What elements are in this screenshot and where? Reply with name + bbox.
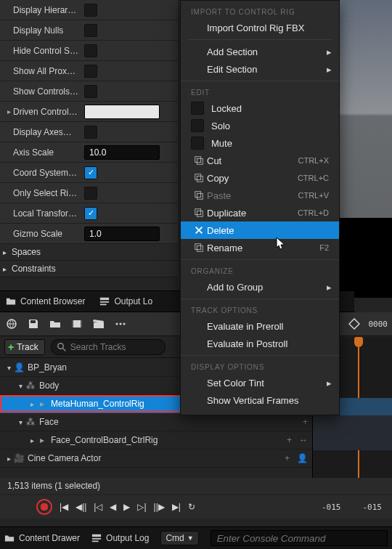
menu-item-label: Edit Section <box>207 64 329 75</box>
status-bar: 1,513 items (1 selected) <box>0 478 392 494</box>
menu-checkbox[interactable] <box>191 119 204 132</box>
timeline-track-bar[interactable] <box>313 415 392 450</box>
menu-item[interactable]: Import Control Rig FBX <box>181 19 339 36</box>
save-icon[interactable] <box>26 317 41 331</box>
expand-arrow-icon[interactable]: ▾ <box>4 364 13 372</box>
menu-shortcut: CTRL+D <box>298 208 329 217</box>
expand-arrow-icon[interactable]: ▸ <box>28 400 36 408</box>
menu-checkbox[interactable] <box>191 102 204 115</box>
checkbox[interactable] <box>84 44 97 57</box>
number-input[interactable]: 10.0 <box>84 145 160 160</box>
checkbox[interactable]: ✓ <box>84 166 97 179</box>
menu-item[interactable]: Delete <box>181 221 339 239</box>
outliner-label: MetaHuman_ControlRig <box>51 399 144 409</box>
checkbox[interactable] <box>84 4 97 17</box>
globe-icon[interactable] <box>4 317 19 331</box>
current-time[interactable]: 0000 <box>369 320 388 329</box>
menu-item[interactable]: Add Section <box>181 43 339 60</box>
outliner-row[interactable]: ▾⁂Face+ <box>0 413 312 431</box>
menu-item-label: Copy <box>207 173 298 184</box>
frame-fwd-icon[interactable]: ▷| <box>137 502 146 512</box>
menu-group-header: EDIT <box>181 81 339 99</box>
browse-icon[interactable] <box>48 317 62 331</box>
menu-checkbox[interactable] <box>191 137 204 150</box>
outliner-label: Body <box>39 381 59 391</box>
section-range-icon[interactable]: ↔ <box>299 435 308 445</box>
expand-arrow-icon[interactable]: ▾ <box>16 382 25 390</box>
tab-content-browser[interactable]: Content Browser <box>6 296 85 306</box>
play-reverse-icon[interactable]: ◀ <box>110 502 116 512</box>
checkbox[interactable] <box>84 126 97 139</box>
search-tracks-input[interactable]: Search Tracks <box>51 339 166 355</box>
menu-item[interactable]: Evaluate in Preroll <box>181 317 339 335</box>
detail-label: Hide Control S… <box>13 46 84 56</box>
play-icon[interactable]: ▶ <box>123 502 130 512</box>
expand-arrow-icon: ▸ <box>3 248 12 256</box>
menu-item-label: Evaluate in Preroll <box>207 321 329 332</box>
add-track-icon[interactable]: + <box>285 453 290 463</box>
cmd-mode-dropdown[interactable]: Cmd ▼ <box>160 531 198 545</box>
step-fwd-icon[interactable]: ||▶ <box>154 502 165 512</box>
menu-item[interactable]: Show Vertical Frames <box>181 391 339 409</box>
menu-item[interactable]: DuplicateCTRL+D <box>181 204 339 221</box>
log-icon <box>91 533 102 543</box>
menu-item-label: Mute <box>211 138 329 149</box>
number-input[interactable]: 1.0 <box>84 227 160 241</box>
tab-output-log[interactable]: Output Lo <box>99 296 152 306</box>
render-movie-icon[interactable] <box>70 317 84 331</box>
checkbox[interactable] <box>84 24 97 37</box>
checkbox[interactable] <box>84 187 97 200</box>
go-to-start-icon[interactable]: |◀ <box>60 502 68 512</box>
menu-shortcut: CTRL+V <box>298 191 330 200</box>
console-input[interactable] <box>211 530 388 546</box>
menu-item[interactable]: CopyCTRL+C <box>181 169 339 187</box>
svg-rect-1 <box>100 301 109 303</box>
svg-rect-21 <box>195 209 201 215</box>
content-drawer-button[interactable]: Content Drawer <box>4 533 80 543</box>
menu-item[interactable]: Solo <box>181 117 339 134</box>
menu-item-label: Import Control Rig FBX <box>207 23 329 33</box>
key-icon[interactable] <box>347 317 362 331</box>
detail-row: Hide Control S… <box>0 41 178 61</box>
record-button[interactable] <box>36 499 52 515</box>
detail-label: Show Controls… <box>13 86 84 97</box>
expand-arrow-icon[interactable]: ▾ <box>16 418 25 426</box>
svg-rect-5 <box>72 320 73 328</box>
expand-arrow-icon[interactable]: ▸ <box>28 436 36 444</box>
range-end[interactable]: -015 <box>363 503 393 512</box>
details-section-header[interactable]: ▸Spaces <box>0 244 178 261</box>
menu-item[interactable]: CutCTRL+X <box>181 152 339 169</box>
outliner-row[interactable]: ▸▸Face_ControlBoard_CtrlRig+↔ <box>0 431 312 450</box>
menu-item[interactable]: Locked <box>181 99 339 117</box>
output-log-button[interactable]: Output Log <box>91 533 149 543</box>
add-track-button[interactable]: + Track <box>4 339 45 355</box>
color-swatch[interactable] <box>84 105 160 119</box>
menu-item[interactable]: RenameF2 <box>181 239 339 256</box>
expand-arrow-icon[interactable]: ▸ <box>4 455 13 463</box>
add-track-icon[interactable]: + <box>303 417 308 427</box>
expand-arrow-icon[interactable]: ▸ <box>4 107 13 115</box>
checkbox[interactable] <box>84 85 97 98</box>
menu-item[interactable]: Evaluate in Postroll <box>181 335 339 352</box>
ellipsis-icon[interactable] <box>113 317 128 331</box>
outliner-row[interactable]: ▸🎥Cine Camera Actor+👤 <box>0 450 312 468</box>
menu-item[interactable]: Mute <box>181 134 339 152</box>
menu-item[interactable]: Add to Group <box>181 278 339 296</box>
menu-item[interactable]: Set Color Tint <box>181 374 339 391</box>
checkbox[interactable]: ✓ <box>84 207 97 220</box>
expand-arrow-icon: ▸ <box>3 265 12 273</box>
detail-label: Display Axes… <box>13 127 84 137</box>
go-to-end-icon[interactable]: ▶| <box>172 502 181 512</box>
step-back-icon[interactable]: ◀|| <box>75 502 86 512</box>
frame-back-icon[interactable]: |◁ <box>94 502 102 512</box>
details-section-header[interactable]: ▸Constraints <box>0 261 178 277</box>
menu-item[interactable]: Edit Section <box>181 60 339 78</box>
range-start[interactable]: -015 <box>322 503 351 512</box>
del-icon <box>191 225 207 235</box>
loop-icon[interactable]: ↻ <box>188 502 195 512</box>
spawnable-icon[interactable]: 👤 <box>297 453 308 463</box>
checkbox[interactable] <box>84 65 97 78</box>
add-track-icon[interactable]: + <box>287 435 292 445</box>
clapper-icon[interactable] <box>91 317 106 331</box>
menu-group-header: TRACK OPTIONS <box>181 298 339 317</box>
